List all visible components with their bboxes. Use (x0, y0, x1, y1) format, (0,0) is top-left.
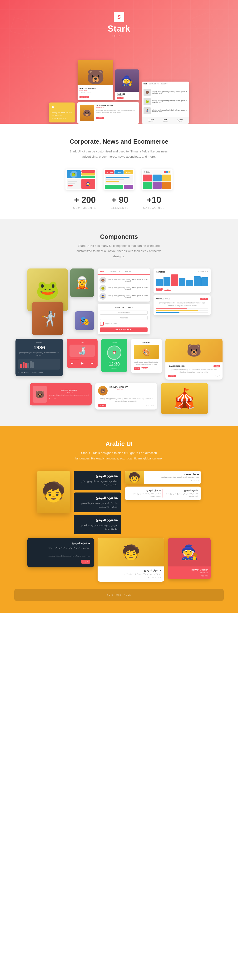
stat-label-components: COMPONENTS (73, 207, 97, 209)
ui-components-center: HOT COMMENTS RECENT 🐻 printing and types… (97, 269, 150, 335)
contact-btn[interactable]: CONTACT (80, 96, 89, 98)
dark-news-card: Modern 1986 printing and typesetting ind… (16, 339, 63, 380)
stat-label-elements: ELEMENTS (111, 207, 129, 209)
card-subtitle: FRUITFUL (80, 89, 111, 91)
more-btn[interactable]: MORE (96, 117, 104, 119)
elements-preview: BUTTON TAB CARD (104, 169, 134, 190)
corporate-section: Corporate, News and Ecommerce Stark UI K… (0, 124, 238, 219)
arabic-article-cards: 🧒 هنا عنوان الموضوع نموذج نص عربي لعرض ا… (125, 471, 201, 535)
logo-icon: S (114, 12, 124, 22)
arabic-description: Stark UI Kit is designed to also fit Rig… (74, 450, 164, 461)
brand-logo: S Stark UI KIT (107, 12, 130, 38)
arabic-card-1: هنا عنوان الموضوع جملة عربية قصيرة تصف ا… (74, 471, 121, 490)
hero-character-card-small: 🧙 JANE DOE Illustrator FOLLOW (115, 70, 139, 100)
arabic-pink-char-card: 🧙 HEAVEN MOBHER FRUITFUL ♥ 18 ✉ 7 (168, 538, 211, 582)
components-preview: 🐸 🧙 (65, 169, 96, 190)
arabic-section: Arabic UI Stark UI Kit is designed to al… (0, 426, 238, 612)
avatar-news-card: 🐻 HEAVEN MOBHER FRUITFUL printing and ty… (95, 383, 157, 414)
media-card: 2:14 🍶 ⏮ ▶ ⏭ (67, 339, 97, 380)
hero-section: S Stark UI KIT ❝ printing and about The … (0, 0, 238, 124)
categories-preview: ▼ Filter (142, 169, 173, 190)
arabic-large-dark-card: هنا عنوان الموضوع نص عربي توضيحي قصير لو… (27, 538, 94, 582)
arabic-footer: ♥ 245 ✉ 89 ↗ 1.2K (14, 589, 224, 601)
arabic-card-2: هنا عنوان الموضوع هنا يمكن كتابة نص عربي… (74, 493, 121, 512)
hero-feed-card: HOT COMMENTS RECENT 🐻 printing and types… (142, 81, 189, 124)
article-title: HEAVEN MOBHER (96, 105, 137, 107)
stat-number-components: + 200 (74, 195, 96, 205)
modern-card: Modern 🎨 printing and typesetting indust… (131, 339, 162, 380)
arabic-card-3: هنا عنوان الموضوع نص عربي توضيحي قصير لو… (74, 515, 121, 535)
stat-label-categories: CATEGORIES (143, 207, 165, 209)
stat-number-elements: + 90 (111, 195, 128, 205)
stat-number-categories: +10 (147, 195, 161, 205)
stats-row: + 200 COMPONENTS + 90 ELEMENTS +10 CATEG… (29, 195, 209, 209)
logo-letter: S (117, 14, 121, 20)
corporate-title: Corporate, News and Ecommerce (29, 138, 209, 145)
clock-card: TIMER ⏰ 12:30 Modern (101, 339, 127, 380)
ui-components-right: MATCHES Season 2016 NEXT PREV (153, 269, 211, 335)
signup-btn[interactable]: CREATE ACCOUNT (100, 328, 148, 332)
hero-character-card-main: 🐻 HEAVEN MOBHER FRUITFUL 3 july 2016 ☆ ☆… (78, 60, 113, 100)
card-title: HEAVEN MOBHER (80, 87, 111, 89)
components-title: Components (14, 233, 224, 240)
stat-elements: + 90 ELEMENTS (111, 195, 129, 209)
stat-components: + 200 COMPONENTS (73, 195, 97, 209)
corporate-description: Stark UI Kit can be customized and used … (69, 149, 169, 159)
components-description: Stark UI Kit has many UI components that… (74, 243, 164, 259)
arabic-dark-cards: هنا عنوان الموضوع جملة عربية قصيرة تصف ا… (74, 471, 121, 535)
news-article-card: 🐻 HEAVEN MOBHER NEW printing and typeset… (165, 339, 222, 380)
arabic-title: Arabic UI (14, 440, 224, 447)
arabic-white-article: 🧒 هنا عنوان الموضوع نموذج نص عربي لعرض ا… (97, 538, 164, 582)
stat-categories: +10 CATEGORIES (143, 195, 165, 209)
news-pink-card: 🐻 HEAVEN MOBHER FRUITFUL printing and ty… (30, 383, 92, 414)
characters-collage: 🐸 🧝 🤺 🎭 (27, 269, 94, 335)
brand-tagline: UI KIT (113, 34, 126, 38)
follow-btn[interactable]: FOLLOW (117, 97, 123, 99)
hero-quote-card: ❝ printing and about The chai sho post l… (49, 102, 75, 123)
brand-name: Stark (107, 24, 130, 34)
components-section: Components Stark UI Kit has many UI comp… (0, 219, 238, 426)
hero-article-card: 🐻 HEAVEN MOBHER FRUITFUL printing and ty… (77, 102, 139, 124)
character-feature-card: 🎪 (161, 383, 208, 414)
arabic-char-card: 🧒 (37, 471, 70, 535)
